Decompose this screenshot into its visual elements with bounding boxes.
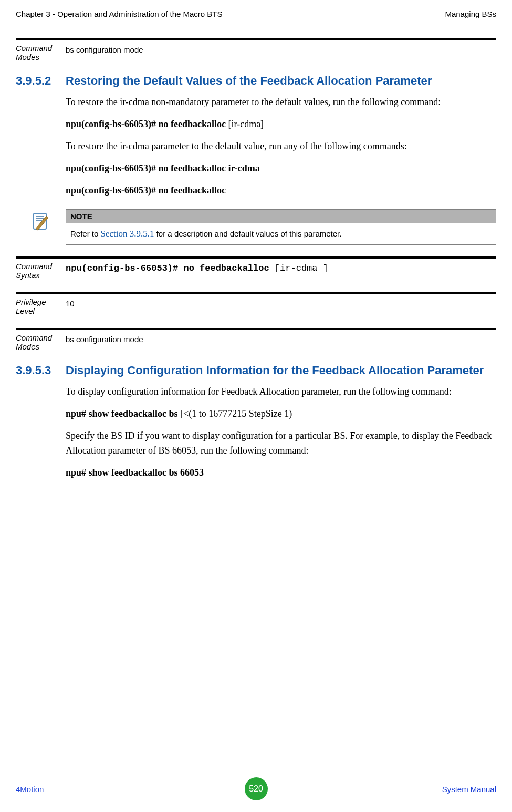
command-modes-row-2: Command Modes bs configuration mode <box>16 333 496 351</box>
paragraph: Specify the BS ID if you want to display… <box>66 429 496 458</box>
section-heading-3953: 3.9.5.3 Displaying Configuration Informa… <box>16 364 496 377</box>
note-body: Refer to Section 3.9.5.1 for a descripti… <box>66 223 496 245</box>
command-line: npu# show feedbackalloc bs 66053 <box>66 466 496 480</box>
value-command-syntax: npu(config-bs-66053)# no feedbackalloc [… <box>66 262 496 288</box>
divider <box>16 328 496 330</box>
label-privilege-level: Privilege Level <box>16 297 66 324</box>
section-title: Displaying Configuration Information for… <box>66 364 496 377</box>
section-title: Restoring the Default Values of the Feed… <box>66 74 496 88</box>
divider <box>16 38 496 40</box>
note-link[interactable]: Section 3.9.5.1 <box>101 229 154 239</box>
page-number-badge: 520 <box>245 777 268 800</box>
command-syntax-row: Command Syntax npu(config-bs-66053)# no … <box>16 262 496 288</box>
paragraph: To restore the ir-cdma parameter to the … <box>66 139 496 154</box>
code-rest: [ir-cdma ] <box>269 263 328 273</box>
label-command-syntax: Command Syntax <box>16 262 66 288</box>
label-command-modes: Command Modes <box>16 44 66 61</box>
note-block: NOTE Refer to Section 3.9.5.1 for a desc… <box>16 209 496 245</box>
page-header: Chapter 3 - Operation and Administration… <box>0 0 512 24</box>
command-arg: [ir-cdma] <box>226 119 264 129</box>
command-bold: npu# show feedbackalloc bs <box>66 408 178 419</box>
divider <box>16 256 496 259</box>
section-number: 3.9.5.3 <box>16 364 66 377</box>
section-heading-3952: 3.9.5.2 Restoring the Default Values of … <box>16 74 496 88</box>
value-privilege-level: 10 <box>66 297 496 324</box>
section-number: 3.9.5.2 <box>16 74 66 88</box>
paragraph: To display configuration information for… <box>66 385 496 399</box>
command-arg: [<(1 to 16777215 StepSize 1) <box>178 408 292 419</box>
command-bold: npu(config-bs-66053)# no feedbackalloc <box>66 119 226 129</box>
footer-center: 520 <box>245 777 268 800</box>
paragraph: To restore the ir-cdma non-mandatory par… <box>66 95 496 110</box>
note-header: NOTE <box>66 209 496 223</box>
command-line: npu(config-bs-66053)# no feedbackalloc i… <box>66 161 496 176</box>
footer-right: System Manual <box>268 785 497 794</box>
divider <box>16 292 496 294</box>
note-text-prefix: Refer to <box>70 229 101 238</box>
command-line: npu# show feedbackalloc bs [<(1 to 16777… <box>66 407 496 422</box>
command-line: npu(config-bs-66053)# no feedbackalloc [… <box>66 117 496 132</box>
header-left: Chapter 3 - Operation and Administration… <box>16 9 223 18</box>
note-box: NOTE Refer to Section 3.9.5.1 for a desc… <box>66 209 496 245</box>
command-line: npu(config-bs-66053)# no feedbackalloc <box>66 183 496 198</box>
page-footer: 4Motion 520 System Manual <box>0 773 512 800</box>
privilege-level-row: Privilege Level 10 <box>16 297 496 324</box>
command-modes-row-1: Command Modes bs configuration mode <box>16 44 496 61</box>
header-right: Managing BSs <box>445 9 496 18</box>
footer-left: 4Motion <box>16 785 245 794</box>
note-icon <box>16 209 66 245</box>
label-command-modes: Command Modes <box>16 333 66 351</box>
content: Command Modes bs configuration mode 3.9.… <box>0 24 512 480</box>
code-bold: npu(config-bs-66053)# no feedbackalloc <box>66 263 269 273</box>
notepad-icon <box>30 211 51 232</box>
value-command-modes: bs configuration mode <box>66 44 496 61</box>
footer-divider <box>16 773 496 773</box>
value-command-modes: bs configuration mode <box>66 333 496 351</box>
footer-row: 4Motion 520 System Manual <box>16 777 496 800</box>
note-text-suffix: for a description and default values of … <box>154 229 342 238</box>
